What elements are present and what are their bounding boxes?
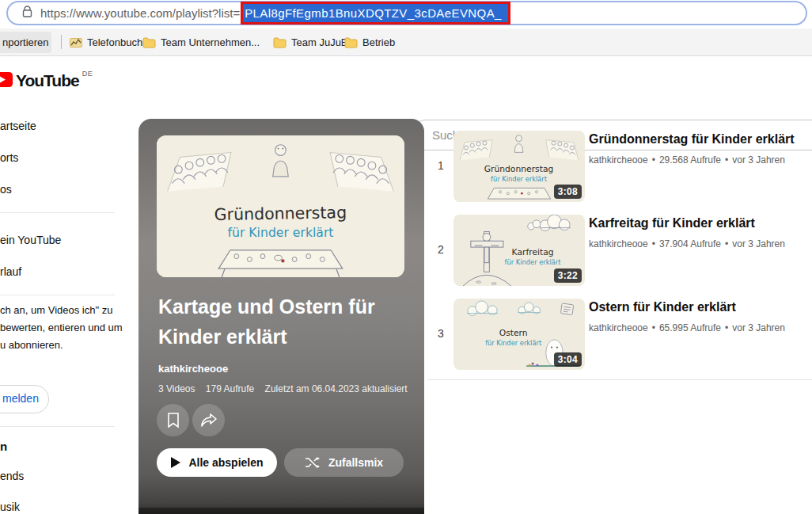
video-index: 1 xyxy=(438,159,444,172)
video-row[interactable]: 3 xyxy=(427,299,812,371)
crowd-right xyxy=(546,140,579,160)
playlist-thumbnail[interactable]: Gründonnerstag für Kinder erklärt xyxy=(157,135,404,277)
video-channel: kathkircheooe xyxy=(589,154,648,166)
sidebar-divider xyxy=(0,426,115,427)
video-meta: kathkircheooe37.904 Aufrufevor 3 Jahren xyxy=(589,238,785,249)
shuffle-icon xyxy=(305,456,321,469)
bookmark-label: Telefonbuch xyxy=(87,36,142,48)
video-views: 65.995 Aufrufe xyxy=(659,322,721,333)
bookmark-label: Team Unternehmen... xyxy=(161,36,260,48)
explore-heading: n xyxy=(0,440,7,453)
playlist-header-panel: Gründonnerstag für Kinder erklärt Kartag… xyxy=(138,119,424,514)
video-age: vor 3 Jahren xyxy=(732,154,785,166)
video-title[interactable]: Ostern für Kinder erklärt xyxy=(589,300,736,314)
thumb-subtitle-text: für Kinder erklärt xyxy=(485,339,542,347)
chart-favicon-icon xyxy=(70,36,82,49)
scroll-drawing xyxy=(560,303,573,315)
panel-bottom-bar xyxy=(138,508,424,514)
video-thumbnail[interactable]: Karfreitag für Kinder erklärt 3:22 xyxy=(453,215,585,286)
video-thumbnail[interactable]: Ostern für Kinder erklärt 3:04 xyxy=(453,299,585,370)
thumb-subtitle-text: für Kinder erklärt xyxy=(228,225,334,240)
bookmark-team-unternehmen[interactable]: Team Unternehmen... xyxy=(142,32,260,53)
save-playlist-button[interactable] xyxy=(157,404,189,436)
table-drawing xyxy=(488,188,550,199)
video-row[interactable]: 2 Karfreitag xyxy=(427,215,812,287)
play-icon xyxy=(170,457,180,468)
url-prefix: https://www.youtube.com/playlist?list= xyxy=(40,6,240,20)
thumb-title-text: Karfreitag xyxy=(512,247,554,257)
share-button[interactable] xyxy=(192,404,225,436)
youtube-logo[interactable]: YouTube DE xyxy=(0,72,93,89)
bookmark-label: Team JuJuE xyxy=(291,36,348,48)
bookmark-telefonbuch[interactable]: Telefonbuch xyxy=(70,32,142,53)
video-age: vor 3 Jahren xyxy=(732,322,785,333)
duration-badge: 3:22 xyxy=(554,268,582,283)
lock-icon[interactable] xyxy=(22,6,32,21)
duration-badge: 3:04 xyxy=(554,352,582,367)
sidebar-divider xyxy=(0,295,115,295)
video-index: 3 xyxy=(438,327,444,340)
address-bar[interactable]: https://www.youtube.com/playlist?list=PL… xyxy=(6,1,807,25)
list-divider xyxy=(427,379,812,380)
address-bar-row: https://www.youtube.com/playlist?list=PL… xyxy=(0,0,812,29)
folder-icon xyxy=(142,37,156,48)
sidebar-item-startseite[interactable]: artseite xyxy=(0,120,36,132)
bookmarks-separator xyxy=(61,35,62,49)
duration-badge: 3:08 xyxy=(554,185,582,199)
playlist-meta: 3 Videos 179 Aufrufe Zuletzt am 06.04.20… xyxy=(158,383,415,394)
shuffle-label: Zufallsmix xyxy=(328,456,383,469)
video-meta: kathkircheooe29.568 Aufrufevor 3 Jahren xyxy=(589,154,785,166)
signin-button-label: melden xyxy=(2,392,39,405)
sidebar-item-shorts[interactable]: orts xyxy=(0,151,18,164)
playlist-updated: Zuletzt am 06.04.2023 aktualisiert xyxy=(265,383,408,394)
video-channel: kathkircheooe xyxy=(589,322,648,333)
sidebar-item-trends[interactable]: ends xyxy=(0,470,24,482)
folder-icon xyxy=(273,37,286,48)
video-meta: kathkircheooe65.995 Aufrufevor 3 Jahren xyxy=(589,322,785,333)
sidebar-item-musik[interactable]: usik xyxy=(0,501,20,513)
url-text: https://www.youtube.com/playlist?list=PL… xyxy=(40,2,510,25)
browser-window: https://www.youtube.com/playlist?list=PL… xyxy=(0,0,812,514)
thumb-subtitle-text: für Kinder erklärt xyxy=(505,258,562,266)
playlist-channel-link[interactable]: kathkircheooe xyxy=(158,363,228,375)
thumb-title-text: Gründonnerstag xyxy=(484,164,554,174)
youtube-wordmark: YouTube xyxy=(16,72,79,89)
playlist-video-count: 3 Videos xyxy=(158,383,195,394)
sidebar-divider xyxy=(0,212,115,213)
video-row[interactable]: 1 xyxy=(427,131,812,204)
shuffle-button[interactable]: Zufallsmix xyxy=(284,448,404,477)
sidebar-item-abos[interactable]: os xyxy=(0,183,12,196)
play-all-label: Alle abspielen xyxy=(188,456,263,469)
folder-icon xyxy=(344,37,358,48)
url-selected-highlight: PLAl8gFfEgmb1BnuXDQTZV_3cDAeEVNQA_ xyxy=(241,2,510,25)
signin-promo-text: ch an, um Videos ich" zu bewerten, entie… xyxy=(0,302,127,354)
save-playlist-icon xyxy=(166,413,180,428)
thumb-title-text: Gründonnerstag xyxy=(214,203,347,224)
video-age: vor 3 Jahren xyxy=(732,238,785,249)
video-views: 37.904 Aufrufe xyxy=(659,238,721,249)
bookmarks-bar: nportieren Telefonbuch Team Unternehmen.… xyxy=(0,29,812,56)
video-channel: kathkircheooe xyxy=(589,238,648,249)
playlist-view-count: 179 Aufrufe xyxy=(206,383,254,394)
signin-button[interactable]: melden xyxy=(0,385,49,413)
play-all-button[interactable]: Alle abspielen xyxy=(157,448,277,477)
sidebar-item-verlauf[interactable]: rlauf xyxy=(0,265,21,278)
video-title[interactable]: Gründonnerstag für Kinder erklärt xyxy=(589,132,795,147)
crowd-left xyxy=(460,140,492,160)
video-title[interactable]: Karfreitag für Kinder erklärt xyxy=(589,216,755,230)
playlist-title: Kartage und Ostern für Kinder erklärt xyxy=(158,291,412,352)
country-code-label: DE xyxy=(82,70,93,78)
bookmark-label: Betrieb xyxy=(362,36,395,48)
sidebar-item-mein-youtube[interactable]: ein YouTube xyxy=(0,234,61,246)
video-index: 2 xyxy=(438,243,444,256)
bookmark-team-jujue[interactable]: Team JuJuE xyxy=(273,32,348,53)
share-icon xyxy=(201,413,217,428)
bookmarks-import-button[interactable]: nportieren xyxy=(0,32,51,53)
video-views: 29.568 Aufrufe xyxy=(659,154,721,166)
youtube-play-icon xyxy=(0,72,13,87)
thumb-subtitle-text: für Kinder erklärt xyxy=(491,175,548,183)
bookmark-betrieb[interactable]: Betrieb xyxy=(344,32,395,53)
video-thumbnail[interactable]: Gründonnerstag für Kinder erklärt 3:08 xyxy=(453,131,585,202)
thumb-title-text: Ostern xyxy=(499,328,528,338)
youtube-header: YouTube DE xyxy=(0,57,812,101)
